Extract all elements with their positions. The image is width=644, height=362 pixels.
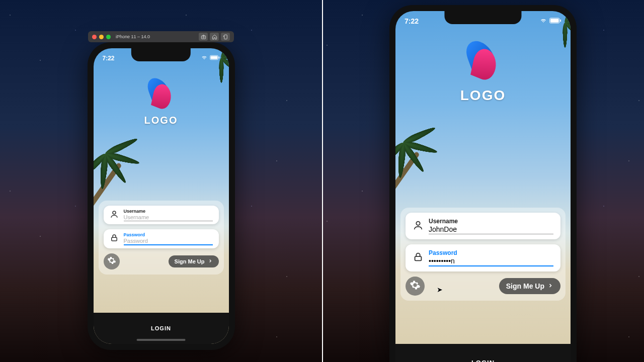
home-indicator	[137, 339, 186, 341]
username-label: Username	[124, 209, 213, 214]
panel-divider	[322, 0, 323, 362]
settings-button[interactable]	[406, 277, 425, 296]
window-minimize-button[interactable]	[99, 35, 104, 39]
password-input[interactable]	[429, 256, 553, 266]
app-logo-text: LOGO	[144, 115, 178, 126]
gear-icon	[410, 280, 421, 293]
settings-button[interactable]	[104, 253, 120, 269]
svg-rect-4	[210, 56, 217, 59]
svg-rect-0	[201, 36, 205, 39]
battery-icon	[549, 17, 561, 25]
login-form-card: Username Password	[99, 201, 224, 275]
login-button[interactable]: LOGIN	[395, 344, 571, 362]
username-field[interactable]: Username	[104, 206, 219, 224]
phone-frame-right: 7:22 LOGO	[389, 5, 577, 362]
login-button[interactable]: LOGIN	[94, 313, 229, 344]
simulator-title: iPhone 11 – 14.0	[116, 34, 150, 39]
svg-rect-2	[224, 35, 227, 39]
window-zoom-button[interactable]	[106, 35, 111, 39]
phone-frame-left: 7:22 LOGO	[88, 42, 235, 350]
password-field[interactable]: Password	[104, 229, 219, 248]
username-input[interactable]	[124, 214, 213, 221]
signup-label: Sign Me Up	[506, 282, 544, 290]
svg-rect-5	[218, 57, 219, 59]
login-form-card: Username Password	[400, 208, 566, 301]
user-icon	[110, 210, 119, 221]
svg-rect-7	[111, 237, 117, 241]
password-field[interactable]: Password	[406, 244, 560, 272]
svg-rect-9	[550, 19, 559, 22]
svg-point-11	[416, 221, 420, 225]
svg-point-6	[113, 211, 116, 214]
wifi-icon	[539, 17, 547, 25]
svg-rect-10	[560, 20, 561, 22]
password-label: Password	[124, 232, 213, 237]
app-logo-icon	[464, 38, 502, 83]
password-input[interactable]	[124, 237, 213, 245]
svg-rect-12	[415, 256, 422, 260]
svg-point-1	[203, 36, 204, 38]
password-label: Password	[429, 249, 553, 256]
login-label: LOGIN	[471, 359, 495, 363]
wifi-icon	[201, 55, 208, 62]
lock-icon	[110, 233, 119, 244]
window-close-button[interactable]	[92, 35, 97, 39]
username-input[interactable]	[429, 225, 553, 234]
signup-button[interactable]: Sign Me Up	[169, 255, 219, 267]
chevron-right-icon	[547, 282, 553, 290]
status-time: 7:22	[103, 55, 115, 62]
rotate-icon[interactable]	[221, 33, 230, 41]
simulator-titlebar: iPhone 11 – 14.0	[88, 31, 234, 42]
status-time: 7:22	[405, 17, 419, 25]
battery-icon	[210, 55, 220, 62]
chevron-right-icon	[208, 258, 213, 264]
login-label: LOGIN	[151, 325, 171, 331]
app-logo-text: LOGO	[460, 87, 506, 104]
lock-icon	[413, 251, 424, 264]
signup-label: Sign Me Up	[175, 258, 205, 264]
app-logo-icon	[146, 75, 176, 111]
screenshot-icon[interactable]	[199, 33, 208, 41]
mouse-cursor-icon: ➤	[437, 286, 443, 294]
username-field[interactable]: Username	[406, 213, 560, 239]
gear-icon	[107, 256, 116, 267]
username-label: Username	[429, 218, 553, 225]
home-icon[interactable]	[210, 33, 219, 41]
user-icon	[413, 220, 424, 233]
signup-button[interactable]: Sign Me Up	[499, 278, 560, 294]
